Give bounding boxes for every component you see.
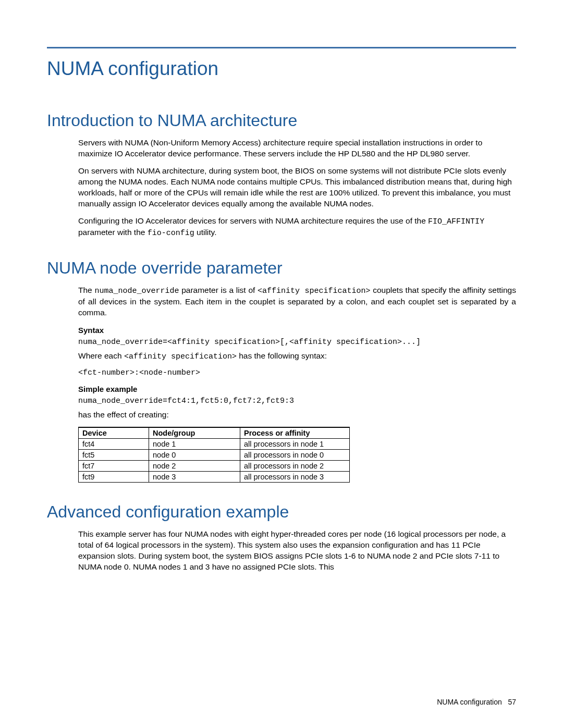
- cell-device: fct5: [79, 450, 149, 461]
- intro-p3-text-c: utility.: [194, 228, 217, 237]
- effect-intro: has the effect of creating:: [78, 410, 516, 421]
- table-header-affinity: Process or affinity: [240, 427, 350, 439]
- cell-node: node 3: [149, 472, 240, 483]
- intro-paragraph-3: Configuring the IO Accelerator devices f…: [78, 216, 516, 239]
- where-syntax-code: <fct-number>:<node-number>: [78, 368, 516, 377]
- syntax-code: numa_node_override=<affinity specificati…: [78, 338, 516, 347]
- override-p1-text-a: The: [78, 286, 94, 294]
- footer-label: NUMA configuration: [437, 698, 502, 706]
- syntax-heading: Syntax: [78, 326, 516, 335]
- table-row: fct9 node 3 all processors in node 3: [79, 472, 350, 483]
- where-code: <affinity specification>: [124, 352, 237, 361]
- cell-device: fct7: [79, 461, 149, 472]
- where-text-a: Where each: [78, 351, 124, 360]
- intro-paragraph-2: On servers with NUMA architecture, durin…: [78, 166, 516, 209]
- override-p1-code-2: <affinity specification>: [258, 287, 370, 295]
- simple-example-code: numa_node_override=fct4:1,fct5:0,fct7:2,…: [78, 397, 516, 405]
- section-advanced-title: Advanced configuration example: [47, 502, 516, 522]
- intro-p3-text-a: Configuring the IO Accelerator devices f…: [78, 216, 428, 225]
- cell-device: fct9: [79, 472, 149, 483]
- page-footer: NUMA configuration 57: [437, 698, 516, 706]
- advanced-paragraph-1: This example server has four NUMA nodes …: [78, 529, 516, 573]
- cell-affinity: all processors in node 0: [240, 450, 350, 461]
- table-row: fct4 node 1 all processors in node 1: [79, 439, 350, 450]
- page-title: NUMA configuration: [47, 58, 516, 80]
- table-row: fct7 node 2 all processors in node 2: [79, 461, 350, 472]
- intro-p3-text-b: parameter with the: [78, 228, 148, 237]
- intro-p3-code-1: FIO_AFFINTIY: [428, 217, 484, 226]
- table-header-row: Device Node/group Process or affinity: [79, 427, 350, 439]
- top-divider: [47, 47, 516, 48]
- override-p1-text-b: parameter is a list of: [179, 286, 258, 294]
- intro-paragraph-1: Servers with NUMA (Non-Uniform Memory Ac…: [78, 138, 516, 159]
- cell-affinity: all processors in node 3: [240, 472, 350, 483]
- cell-affinity: all processors in node 1: [240, 439, 350, 450]
- override-p1-code-1: numa_node_override: [94, 287, 179, 295]
- cell-node: node 0: [149, 450, 240, 461]
- table-header-device: Device: [79, 427, 149, 439]
- table-row: fct5 node 0 all processors in node 0: [79, 450, 350, 461]
- cell-affinity: all processors in node 2: [240, 461, 350, 472]
- override-paragraph-1: The numa_node_override parameter is a li…: [78, 285, 516, 318]
- table-header-node: Node/group: [149, 427, 240, 439]
- where-text-b: has the following syntax:: [237, 351, 327, 360]
- cell-node: node 1: [149, 439, 240, 450]
- intro-p3-code-2: fio-config: [148, 229, 194, 238]
- section-intro-title: Introduction to NUMA architecture: [47, 111, 516, 130]
- section-override-title: NUMA node override parameter: [47, 258, 516, 278]
- where-line: Where each <affinity specification> has …: [78, 351, 516, 362]
- cell-node: node 2: [149, 461, 240, 472]
- simple-example-heading: Simple example: [78, 385, 516, 393]
- cell-device: fct4: [79, 439, 149, 450]
- footer-page-number: 57: [508, 698, 516, 706]
- effect-table: Device Node/group Process or affinity fc…: [78, 427, 350, 483]
